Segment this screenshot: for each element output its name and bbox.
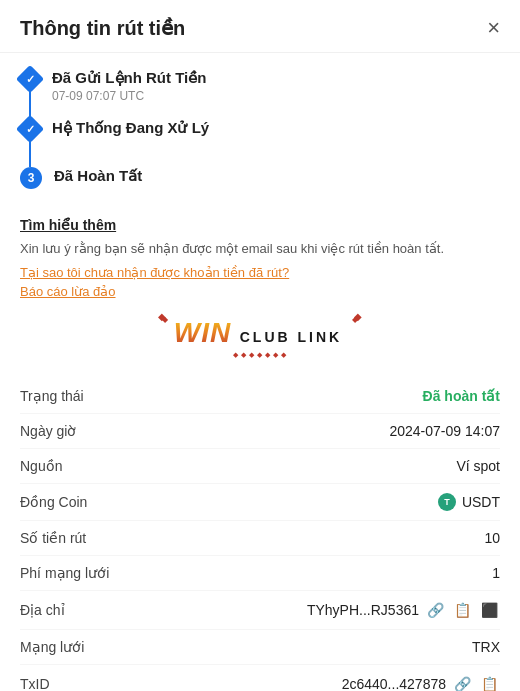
- timeline-line-2: [29, 139, 31, 167]
- modal-container: Thông tin rút tiền × ✓ Đã Gửi Lệnh Rút T…: [0, 0, 520, 691]
- value-source: Ví spot: [456, 458, 500, 474]
- timeline-item-2: ✓ Hệ Thống Đang Xử Lý: [20, 119, 500, 167]
- timeline-content-3: Đã Hoàn Tất: [54, 167, 142, 201]
- info-link-2[interactable]: Báo cáo lừa đảo: [20, 284, 500, 299]
- timeline-label-3: Đã Hoàn Tất: [54, 167, 142, 185]
- data-row-coin: Đồng Coin T USDT: [20, 484, 500, 521]
- brand-area: ◆ ◆ ◆ ◆ WIN CLUB LINK ◆ ◆ ◆ ◆ ◆ ◆ ◆: [20, 313, 500, 363]
- label-txid: TxID: [20, 676, 50, 692]
- data-row-amount: Số tiền rút 10: [20, 521, 500, 556]
- label-network: Mạng lưới: [20, 639, 84, 655]
- data-row-fee: Phí mạng lưới 1: [20, 556, 500, 591]
- data-row-address: Địa chỉ TYhyPH...RJ5361 🔗 📋 ⬛: [20, 591, 500, 630]
- modal-title: Thông tin rút tiền: [20, 16, 185, 40]
- data-row-network: Mạng lưới TRX: [20, 630, 500, 665]
- value-network: TRX: [472, 639, 500, 655]
- close-button[interactable]: ×: [487, 17, 500, 39]
- timeline-line-1: [29, 89, 31, 117]
- value-amount: 10: [484, 530, 500, 546]
- data-row-datetime: Ngày giờ 2024-07-09 14:07: [20, 414, 500, 449]
- modal-header: Thông tin rút tiền ×: [0, 0, 520, 53]
- timeline-left-3: 3: [20, 167, 42, 189]
- value-txid: 2c6440...427878 🔗 📋: [342, 674, 500, 692]
- copy2-icon-txid[interactable]: 📋: [479, 674, 500, 692]
- data-row-status: Trạng thái Đã hoàn tất: [20, 379, 500, 414]
- info-link-1[interactable]: Tại sao tôi chưa nhận được khoản tiền đã…: [20, 265, 500, 280]
- timeline-label-1: Đã Gửi Lệnh Rút Tiền: [52, 69, 206, 87]
- value-address: TYhyPH...RJ5361 🔗 📋 ⬛: [307, 600, 500, 620]
- info-title: Tìm hiểu thêm: [20, 217, 500, 233]
- timeline-label-2: Hệ Thống Đang Xử Lý: [52, 119, 209, 137]
- value-status: Đã hoàn tất: [423, 388, 500, 404]
- label-amount: Số tiền rút: [20, 530, 86, 546]
- modal-body: ✓ Đã Gửi Lệnh Rút Tiền 07-09 07:07 UTC ✓: [0, 53, 520, 691]
- label-source: Nguồn: [20, 458, 62, 474]
- usdt-icon: T: [438, 493, 456, 511]
- copy2-icon-address[interactable]: 📋: [452, 600, 473, 620]
- brand-logo-text: WIN: [174, 317, 231, 349]
- value-datetime: 2024-07-09 14:07: [389, 423, 500, 439]
- label-fee: Phí mạng lưới: [20, 565, 109, 581]
- qr-icon-address[interactable]: ⬛: [479, 600, 500, 620]
- brand-club-text: CLUB LINK: [240, 329, 342, 345]
- timeline-content-2: Hệ Thống Đang Xử Lý: [52, 119, 209, 153]
- timeline-time-1: 07-09 07:07 UTC: [52, 89, 206, 103]
- value-fee: 1: [492, 565, 500, 581]
- data-row-source: Nguồn Ví spot: [20, 449, 500, 484]
- info-box: Tìm hiểu thêm Xin lưu ý rằng bạn sẽ nhận…: [20, 217, 500, 299]
- copy-icon-txid[interactable]: 🔗: [452, 674, 473, 692]
- timeline-item-1: ✓ Đã Gửi Lệnh Rút Tiền 07-09 07:07 UTC: [20, 69, 500, 119]
- timeline-left-2: ✓: [20, 119, 40, 167]
- timeline: ✓ Đã Gửi Lệnh Rút Tiền 07-09 07:07 UTC ✓: [20, 69, 500, 201]
- label-status: Trạng thái: [20, 388, 84, 404]
- data-section: Trạng thái Đã hoàn tất Ngày giờ 2024-07-…: [20, 379, 500, 692]
- copy-icon-address[interactable]: 🔗: [425, 600, 446, 620]
- label-datetime: Ngày giờ: [20, 423, 76, 439]
- value-coin: T USDT: [438, 493, 500, 511]
- info-description: Xin lưu ý rằng bạn sẽ nhận được một emai…: [20, 239, 500, 259]
- timeline-item-3: 3 Đã Hoàn Tất: [20, 167, 500, 201]
- timeline-content-1: Đã Gửi Lệnh Rút Tiền 07-09 07:07 UTC: [52, 69, 206, 119]
- data-row-txid: TxID 2c6440...427878 🔗 📋: [20, 665, 500, 692]
- label-coin: Đồng Coin: [20, 494, 87, 510]
- label-address: Địa chỉ: [20, 602, 65, 618]
- timeline-left-1: ✓: [20, 69, 40, 117]
